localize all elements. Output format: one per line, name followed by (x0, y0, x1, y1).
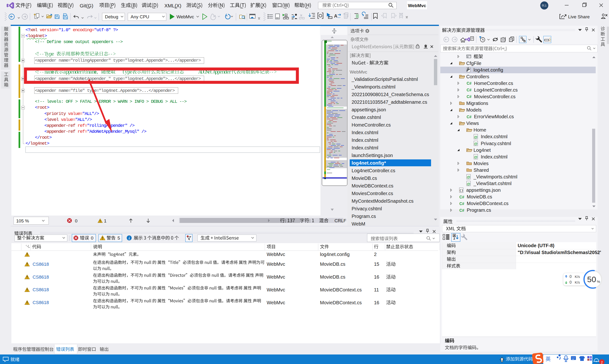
svg-text:Git(G): Git(G) (80, 3, 93, 8)
svg-text:CS8618: CS8618 (33, 300, 49, 305)
svg-text:0: 0 (91, 235, 93, 241)
svg-text:WebMvc: WebMvc (177, 14, 194, 19)
svg-text:WebMvc: WebMvc (267, 252, 285, 257)
svg-text:50: 50 (587, 275, 596, 284)
svg-text:Log4netController.cs: Log4netController.cs (352, 168, 395, 173)
svg-text:MoviesController.cs: MoviesController.cs (474, 94, 516, 99)
svg-text:<!-- levels: OFF > FATAL > ERR: <!-- levels: OFF > FATAL > ERROR > WARN … (35, 99, 187, 104)
svg-text:Privacy.cshtml: Privacy.cshtml (481, 141, 511, 146)
svg-text:<appender-refref="rollingAppen: <appender-refref="rollingAppender"/> (44, 123, 135, 128)
svg-text:2: 2 (601, 360, 603, 364)
svg-text:MovieDB.cs: MovieDB.cs (320, 261, 345, 267)
svg-text:<appender name="file" type="l: <appender name="file" type="log4net.Appe… (35, 88, 175, 93)
svg-text:CS8618: CS8618 (33, 287, 49, 292)
svg-text:<levelvalue="ALL"/>: <levelvalue="ALL"/> (44, 117, 92, 122)
svg-text:_ViewImports.cshtml: _ViewImports.cshtml (473, 174, 518, 180)
svg-text:CRLF: CRLF (335, 218, 346, 223)
svg-text:@: @ (474, 135, 478, 139)
svg-text:</log4net>: </log4net> (26, 141, 50, 146)
svg-text:<!-- Define some output append: <!-- Define some output appenders --> (35, 39, 123, 44)
svg-text:@: @ (467, 182, 470, 186)
svg-text:<appender name="rollingAppende: <appender name="rollingAppender" type="l… (35, 58, 201, 63)
svg-text:K/s: K/s (575, 274, 580, 279)
svg-text:HomeController.cs: HomeController.cs (474, 81, 513, 86)
svg-text:_ValidationScriptsPartial.csht: _ValidationScriptsPartial.cshtml (351, 77, 418, 82)
svg-text:CS8618: CS8618 (33, 262, 49, 267)
svg-text:i: i (129, 236, 130, 240)
svg-text:Index.cshtml: Index.cshtml (481, 154, 507, 159)
svg-text:C#: C# (459, 195, 464, 199)
svg-text:5: 5 (117, 235, 120, 241)
svg-text:<root>: <root> (35, 105, 50, 110)
svg-text:C#: C# (459, 202, 464, 206)
svg-text:{}: {} (459, 189, 463, 192)
svg-text:16: 16 (374, 300, 379, 305)
svg-text:log4net.config: log4net.config (320, 252, 350, 257)
svg-text:K/s: K/s (575, 280, 580, 284)
svg-text:@: @ (474, 155, 478, 159)
svg-text:Z: Z (454, 237, 455, 240)
svg-text:A: A (454, 234, 455, 237)
svg-text:<priorityvalue="ALL"/>: <priorityvalue="ALL"/> (44, 111, 99, 116)
svg-text:Any CPU: Any CPU (130, 14, 149, 19)
svg-text:11: 11 (374, 287, 379, 292)
svg-text:ErrorViewModel.cs: ErrorViewModel.cs (474, 114, 514, 119)
svg-text:1: 1 (104, 218, 107, 223)
svg-text:20221009080124_CreateSchema.cs: 20221009080124_CreateSchema.cs (352, 92, 429, 97)
svg-text:2: 2 (374, 252, 376, 257)
svg-text:Controllers: Controllers (466, 74, 489, 79)
svg-text:A: A (334, 13, 337, 19)
svg-text:Index.cshtml: Index.cshtml (352, 145, 378, 150)
svg-text:C#: C# (459, 208, 464, 212)
svg-text:<log4net>: <log4net> (26, 33, 47, 39)
svg-text:MoviesController.cs: MoviesController.cs (352, 191, 393, 196)
svg-text:<appender name="AdoNetAppender: <appender name="AdoNetAppender_" type="l… (35, 76, 201, 81)
svg-text:Program.cs: Program.cs (467, 208, 491, 213)
svg-text:WebM: WebM (352, 221, 365, 226)
svg-text:log4net.config: log4net.config (474, 67, 503, 73)
svg-text:CfgFile: CfgFile (466, 61, 481, 66)
svg-text:appsettings.json: appsettings.json (466, 187, 501, 193)
svg-text:16: 16 (374, 274, 379, 280)
svg-text:Privacy.cshtml: Privacy.cshtml (352, 206, 382, 211)
svg-text:"D:\Visual Studio\xml\Schemas\: "D:\Visual Studio\xml\Schemas\2052' (518, 250, 601, 255)
svg-text:20221011035547_addtablename.cs: 20221011035547_addtablename.cs (352, 99, 427, 105)
svg-text:0: 0 (570, 274, 572, 279)
svg-text:MyContextModelSnapshot.cs: MyContextModelSnapshot.cs (352, 198, 414, 204)
svg-text:HomeController.cs: HomeController.cs (352, 122, 391, 128)
svg-text:WebMvc: WebMvc (267, 261, 285, 267)
svg-text:appsettings.json: appsettings.json (352, 107, 386, 112)
svg-text:WebMvc: WebMvc (408, 3, 426, 8)
svg-text:<appender-refref="AdoNetAppend: <appender-refref="AdoNetAppender_Mysql"/… (44, 129, 146, 134)
svg-text:Models: Models (466, 107, 481, 113)
svg-text:C#: C# (467, 81, 472, 85)
svg-text:WebMvc: WebMvc (267, 287, 285, 292)
svg-text:CS8618: CS8618 (33, 274, 49, 280)
svg-text:Index.cshtml: Index.cshtml (481, 134, 507, 139)
svg-text:15: 15 (374, 261, 379, 267)
svg-text:MovieDB.cs: MovieDB.cs (352, 176, 377, 181)
svg-text:WebMvc: WebMvc (350, 69, 367, 75)
svg-text:Movies: Movies (474, 161, 489, 166)
svg-text:Shared: Shared (474, 168, 489, 173)
svg-text:Live Share: Live Share (568, 14, 590, 19)
svg-text:WebMvc: WebMvc (267, 274, 285, 280)
svg-text:MovieDB.cs: MovieDB.cs (320, 274, 345, 280)
svg-text:WebMvc: WebMvc (267, 300, 285, 305)
svg-text:<?xmlversion="1.0"encoding="ut: <?xmlversion="1.0"encoding="utf-8"?> (26, 27, 118, 33)
svg-text:MovieDBContext.cs: MovieDBContext.cs (467, 201, 509, 206)
svg-text:Views: Views (466, 121, 479, 126)
svg-text:Home: Home (474, 127, 486, 132)
svg-text:log4net.config*: log4net.config* (352, 160, 386, 166)
svg-text:Debug: Debug (105, 14, 118, 19)
svg-text:_ViewImports.cshtml: _ViewImports.cshtml (351, 84, 395, 90)
svg-text:Log4net: Log4net (474, 147, 491, 153)
svg-text:C#: C# (467, 95, 472, 99)
svg-text:</root>: </root> (35, 135, 52, 140)
svg-text:C#: C# (467, 88, 472, 92)
svg-text:_ViewStart.cshtml: _ViewStart.cshtml (473, 181, 512, 186)
svg-text:0: 0 (75, 218, 78, 223)
svg-text:C#: C# (467, 115, 472, 119)
svg-text:@: @ (474, 142, 478, 146)
svg-text:Index.cshtml: Index.cshtml (352, 130, 378, 135)
